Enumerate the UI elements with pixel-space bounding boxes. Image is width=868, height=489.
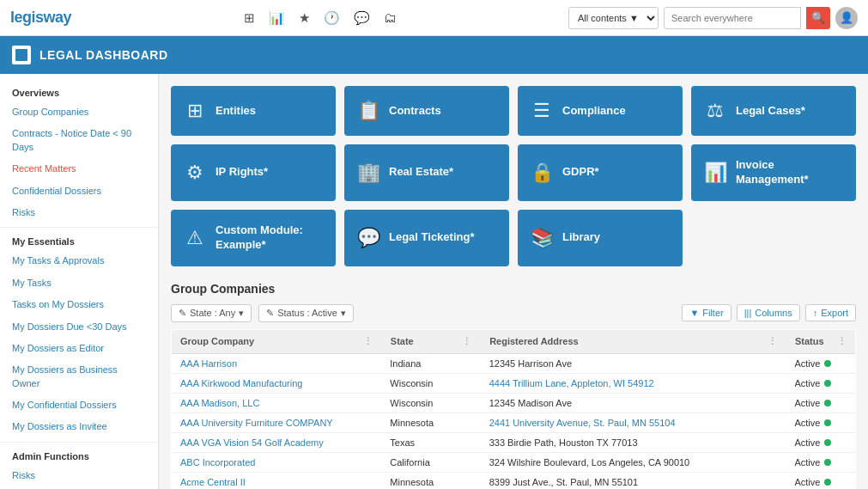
sidebar-section-admin: Admin Functions — [0, 446, 158, 465]
sidebar-item-tasks-on-dossiers[interactable]: Tasks on My Dossiers — [0, 294, 158, 315]
module-library[interactable]: 📚 Library — [518, 210, 683, 266]
state-filter-button[interactable]: ✎ State : Any ▾ — [171, 304, 252, 322]
module-placeholder — [691, 210, 856, 266]
grid-icon[interactable]: ⊞ — [244, 10, 255, 26]
cell-company-name[interactable]: AAA Kirkwood Manufacturing — [172, 373, 382, 393]
module-entities[interactable]: ⊞ Entities — [171, 86, 336, 136]
sidebar-item-group-companies[interactable]: Group Companies — [0, 101, 158, 123]
sidebar-item-my-dossiers-business-owner[interactable]: My Dossiers as Business Owner — [0, 359, 158, 394]
cell-company-name[interactable]: ABC Incorporated — [172, 452, 382, 472]
col-registered-address: Registered Address ⋮ — [481, 329, 786, 353]
sidebar-item-confidential-dossiers[interactable]: Confidential Dossiers — [0, 180, 158, 202]
cell-company-name[interactable]: AAA VGA Vision 54 Golf Academy — [172, 432, 382, 452]
cell-company-name[interactable]: Acme Central II — [172, 472, 382, 489]
status-dot — [824, 419, 831, 426]
module-custom-module[interactable]: ⚠ Custom Module: Example* — [171, 210, 336, 266]
entities-icon: ⊞ — [183, 100, 207, 122]
sidebar-section-my-essentials: My Essentials — [0, 231, 158, 250]
legal-cases-icon: ⚖ — [703, 100, 727, 122]
columns-icon: ||| — [744, 308, 752, 318]
group-companies-title: Group Companies — [171, 282, 856, 296]
sidebar: Overviews Group Companies Contracts - No… — [0, 74, 159, 489]
active-status-label: Active — [794, 457, 820, 468]
status-filter-button[interactable]: ✎ Status : Active ▾ — [258, 304, 354, 322]
table-row: AAA VGA Vision 54 Golf Academy Texas 333… — [172, 432, 856, 452]
col-status: Status ⋮ — [786, 329, 855, 353]
contracts-icon: 📋 — [356, 100, 380, 122]
columns-button[interactable]: ||| Columns — [737, 304, 800, 321]
status-filter-label: Status : Active — [277, 308, 337, 318]
main-layout: Overviews Group Companies Contracts - No… — [0, 74, 868, 489]
sidebar-item-my-tasks-approvals[interactable]: My Tasks & Approvals — [0, 250, 158, 272]
pencil-icon: ✎ — [179, 308, 186, 319]
invoice-icon: 📊 — [703, 162, 727, 184]
sidebar-item-risks-admin[interactable]: Risks — [0, 465, 158, 486]
cell-status: Active — [786, 472, 855, 489]
user-avatar[interactable]: 👤 — [835, 7, 858, 29]
cell-company-name[interactable]: AAA Madison, LLC — [172, 393, 382, 413]
cell-address[interactable]: 4444 Trillium Lane, Appleton, WI 54912 — [481, 373, 786, 393]
gdpr-label: GDPR* — [562, 165, 599, 180]
module-compliance[interactable]: ☰ Compliance — [518, 86, 683, 136]
cell-company-name[interactable]: AAA University Furniture COMPANY — [172, 413, 382, 432]
search-button[interactable]: 🔍 — [806, 7, 830, 29]
sidebar-item-my-confidential-dossiers[interactable]: My Confidential Dossiers — [0, 394, 158, 416]
library-label: Library — [562, 230, 600, 245]
search-input[interactable] — [664, 7, 801, 29]
sidebar-item-my-dossiers-due[interactable]: My Dossiers Due <30 Days — [0, 316, 158, 338]
sidebar-item-risks-overviews[interactable]: Risks — [0, 202, 158, 223]
logo-text: legis — [10, 9, 44, 26]
pencil-icon-2: ✎ — [266, 308, 274, 319]
active-status-label: Active — [794, 358, 820, 369]
sidebar-item-contracts-notice[interactable]: Contracts - Notice Date < 90 Days — [0, 123, 158, 158]
cell-address: 333 Birdie Path, Houston TX 77013 — [481, 432, 786, 452]
module-legal-ticketing[interactable]: 💬 Legal Ticketing* — [344, 210, 509, 266]
ip-rights-label: IP Rights* — [215, 165, 268, 180]
filter-icon: ▼ — [689, 308, 699, 318]
real-estate-label: Real Estate* — [389, 165, 453, 180]
export-icon: ↑ — [813, 308, 818, 318]
col-status-menu-icon[interactable]: ⋮ — [837, 336, 847, 347]
chat-icon[interactable]: 💬 — [354, 10, 370, 26]
invoice-label: Invoice Management* — [736, 158, 844, 187]
col-address-label: Registered Address — [489, 336, 579, 346]
module-legal-cases[interactable]: ⚖ Legal Cases* — [691, 86, 856, 136]
star-icon[interactable]: ★ — [299, 10, 310, 26]
sidebar-item-my-dossiers-invitee[interactable]: My Dossiers as Invitee — [0, 416, 158, 437]
col-address-menu-icon[interactable]: ⋮ — [768, 336, 777, 347]
col-group-company-menu-icon[interactable]: ⋮ — [363, 336, 373, 347]
status-dot — [824, 459, 831, 466]
module-invoice-management[interactable]: 📊 Invoice Management* — [691, 144, 856, 201]
export-button[interactable]: ↑ Export — [805, 304, 856, 321]
filter-action-button[interactable]: ▼ Filter — [682, 304, 731, 321]
clock-icon[interactable]: 🕐 — [324, 10, 340, 26]
logo[interactable]: legisway — [10, 9, 71, 27]
sidebar-item-my-dossiers-editor[interactable]: My Dossiers as Editor — [0, 338, 158, 359]
module-real-estate[interactable]: 🏢 Real Estate* — [344, 144, 509, 201]
status-dot — [824, 400, 831, 406]
module-ip-rights[interactable]: ⚙ IP Rights* — [171, 144, 336, 201]
module-gdpr[interactable]: 🔒 GDPR* — [518, 144, 683, 201]
custom-module-icon: ⚠ — [183, 227, 207, 249]
inbox-icon[interactable]: 🗂 — [384, 10, 397, 25]
cell-company-name[interactable]: AAA Harrison — [172, 353, 382, 373]
header-bar: LEGAL DASHBOARD — [0, 36, 868, 74]
table-row: Acme Central II Minnesota 8399 Just Ave.… — [172, 472, 856, 489]
sidebar-item-recent-matters[interactable]: Recent Matters — [0, 158, 158, 180]
col-group-company: Group Company ⋮ — [172, 329, 382, 353]
search-area: All contents ▼ 🔍 👤 — [568, 7, 858, 29]
export-label: Export — [821, 308, 848, 318]
chart-icon[interactable]: 📊 — [269, 10, 285, 26]
module-contracts[interactable]: 📋 Contracts — [344, 86, 509, 136]
cell-state: Minnesota — [381, 413, 480, 432]
filter-label: Filter — [702, 308, 723, 318]
col-state-menu-icon[interactable]: ⋮ — [462, 336, 471, 347]
search-dropdown[interactable]: All contents ▼ — [568, 7, 659, 29]
cell-status: Active — [786, 353, 855, 373]
contracts-label: Contracts — [389, 104, 441, 119]
entities-label: Entities — [215, 104, 256, 119]
sidebar-item-my-tasks[interactable]: My Tasks — [0, 272, 158, 294]
custom-module-label: Custom Module: Example* — [215, 223, 324, 253]
active-status-label: Active — [794, 437, 820, 448]
cell-address[interactable]: 2441 University Avenue, St. Paul, MN 551… — [481, 413, 786, 432]
